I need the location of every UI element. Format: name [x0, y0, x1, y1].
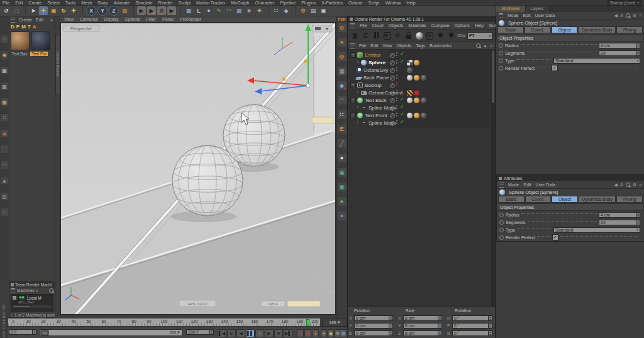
- list-icon[interactable]: ≡: [639, 183, 641, 187]
- array-generator[interactable]: ▦: [235, 6, 243, 15]
- menu-x-particles[interactable]: X-Particles: [321, 1, 343, 5]
- om-menu-file[interactable]: File: [359, 43, 366, 48]
- move-tool[interactable]: ✛: [39, 6, 48, 15]
- visibility-ring-icon[interactable]: [390, 98, 395, 103]
- panel-menu-icon[interactable]: [350, 23, 355, 28]
- shelf-letter-a[interactable]: A: [33, 24, 36, 30]
- visibility-dots[interactable]: [396, 120, 397, 125]
- green-ball-icon[interactable]: ●: [338, 197, 347, 206]
- more-arrow-icon[interactable]: ▸: [50, 18, 53, 23]
- tab-basic[interactable]: Basic: [497, 26, 524, 33]
- menu-tools[interactable]: Tools: [65, 1, 75, 5]
- lock-x-axis[interactable]: X: [86, 6, 96, 16]
- floor-object[interactable]: ■: [245, 6, 253, 15]
- checker-tag-icon[interactable]: [407, 60, 413, 65]
- object-row-spline-mask[interactable]: └~Spline Mask✓: [348, 119, 495, 127]
- goto-start-button[interactable]: ▌◀: [218, 329, 226, 337]
- current-frame-field[interactable]: 195 F: [322, 318, 347, 327]
- property-field-segments[interactable]: 24▴▾: [599, 220, 640, 225]
- menu-snap[interactable]: Snap: [97, 1, 108, 5]
- panel-menu-icon[interactable]: [350, 43, 355, 48]
- octane-menu-options[interactable]: Options: [455, 23, 470, 28]
- property-checkbox-render-perfect[interactable]: ✓: [552, 65, 558, 71]
- font-icon[interactable]: A: [620, 13, 623, 18]
- tab-phong[interactable]: Phong: [616, 196, 643, 203]
- octane-menu-gui[interactable]: Gui: [489, 23, 496, 28]
- noise-box-icon[interactable]: ▦: [338, 67, 347, 76]
- tab-coord-[interactable]: Coord.: [525, 196, 552, 203]
- octane-window-titlebar[interactable]: Octane Render For Cinema 4D 1.08.1: [348, 16, 495, 22]
- visibility-dots[interactable]: [396, 67, 397, 72]
- keyframe-record-button[interactable]: ●: [297, 329, 304, 337]
- spline-arc[interactable]: ◠: [225, 6, 233, 15]
- emitter-e-icon[interactable]: E: [338, 125, 347, 133]
- dark-tag-icon[interactable]: [421, 113, 426, 118]
- tab-attributes[interactable]: Attributes: [496, 6, 526, 12]
- viewport[interactable]: Perspective FPS: 123.2 195 F: [60, 23, 336, 315]
- visibility-ring-icon[interactable]: [390, 68, 395, 73]
- visibility-ring-icon[interactable]: [390, 121, 395, 126]
- play-backwards-button[interactable]: C: [227, 329, 236, 337]
- wireframe-sphere-right[interactable]: [223, 104, 285, 166]
- menu-select[interactable]: Select: [47, 1, 59, 5]
- panel-menu-icon[interactable]: [499, 183, 504, 188]
- viewport-menu-filter[interactable]: Filter: [147, 17, 157, 21]
- coords-field-size-z[interactable]: 8 cm▴▾: [403, 330, 442, 336]
- list-icon[interactable]: ≡: [349, 330, 352, 335]
- octane-ball-icon[interactable]: ●: [338, 38, 347, 47]
- octane-menu-materials[interactable]: Materials: [408, 23, 426, 28]
- material-label[interactable]: Text Fro: [30, 52, 48, 56]
- points-mode-icon[interactable]: ∷: [1, 35, 8, 43]
- slope-box-icon[interactable]: ◠: [338, 96, 347, 104]
- object-row-octanesky[interactable]: OctaneSky: [348, 66, 495, 74]
- keyframe-dot-icon[interactable]: [499, 43, 503, 48]
- tab-dynamics-body[interactable]: Dynamics Body: [579, 196, 616, 203]
- visibility-ring-icon[interactable]: [390, 113, 395, 118]
- object-name[interactable]: Back Plane: [364, 75, 389, 81]
- viewport-menu-cameras[interactable]: Cameras: [80, 17, 97, 21]
- layout-dropdown[interactable]: Startup (User) ▾: [608, 0, 641, 6]
- expand-toggle[interactable]: –: [350, 113, 356, 118]
- material-ball-icon[interactable]: [414, 31, 424, 40]
- menu-plugins[interactable]: Plugins: [301, 1, 316, 5]
- keyframe-dot-icon[interactable]: [499, 59, 503, 63]
- cloth-icon[interactable]: ◆: [282, 6, 291, 15]
- object-row-spline-mask[interactable]: └~Spline Mask✓: [348, 104, 495, 111]
- viewport-menu-options[interactable]: Options: [125, 17, 140, 21]
- orange-tag-icon[interactable]: [414, 98, 419, 103]
- object-row-text-back[interactable]: –TText Back✓: [348, 96, 495, 104]
- disabled-cross-icon[interactable]: ×: [400, 89, 403, 94]
- back-arrow-icon[interactable]: ◀: [614, 183, 618, 188]
- settings-gear-icon[interactable]: ⚙: [393, 31, 402, 40]
- keyframe-dot-icon[interactable]: [499, 66, 503, 70]
- record-key-button[interactable]: ●: [255, 329, 264, 337]
- material-menu-create[interactable]: Create: [19, 18, 32, 22]
- menu-animate[interactable]: Animate: [114, 1, 130, 5]
- frame-range-slider[interactable]: 0 F 200 F: [39, 329, 182, 336]
- object-name[interactable]: OctaneCamera: [369, 90, 402, 96]
- light-object[interactable]: ☀: [255, 6, 264, 15]
- next-frame-button[interactable]: ▶: [265, 329, 274, 337]
- white-ball-icon[interactable]: ●: [338, 154, 347, 162]
- list-icon[interactable]: ≡: [639, 13, 641, 18]
- enabled-check-icon[interactable]: ✓: [400, 111, 404, 117]
- object-row-emitter[interactable]: –Emitter✓: [348, 51, 495, 59]
- region-render-icon[interactable]: R: [382, 31, 392, 40]
- menu-window[interactable]: Window: [385, 1, 401, 5]
- menu-sculpt[interactable]: Sculpt: [179, 1, 191, 5]
- property-dropdown-type[interactable]: Standard▾: [553, 58, 640, 64]
- octane-block-icon[interactable]: ⊘: [338, 52, 347, 61]
- dark-tag-icon[interactable]: [421, 75, 426, 81]
- refresh-icon[interactable]: C: [361, 31, 370, 40]
- property-field-radius[interactable]: 4 cm▴▾: [599, 43, 640, 48]
- expand-toggle[interactable]: –: [350, 98, 356, 103]
- enable-axis-icon[interactable]: ◉: [1, 130, 8, 137]
- start-frame-field[interactable]: 0 F▴▾: [9, 329, 36, 335]
- menu-simulate[interactable]: Simulate: [135, 1, 152, 5]
- teal-cube-2-icon[interactable]: ▣: [338, 183, 347, 191]
- machine-list-item[interactable]: ✓ Local M: [12, 295, 52, 300]
- menu-pipeline[interactable]: Pipeline: [280, 1, 296, 5]
- attr-menu-edit[interactable]: Edit: [523, 13, 531, 18]
- model-mode-icon[interactable]: ◆: [1, 51, 8, 59]
- menu-file[interactable]: File: [3, 1, 9, 5]
